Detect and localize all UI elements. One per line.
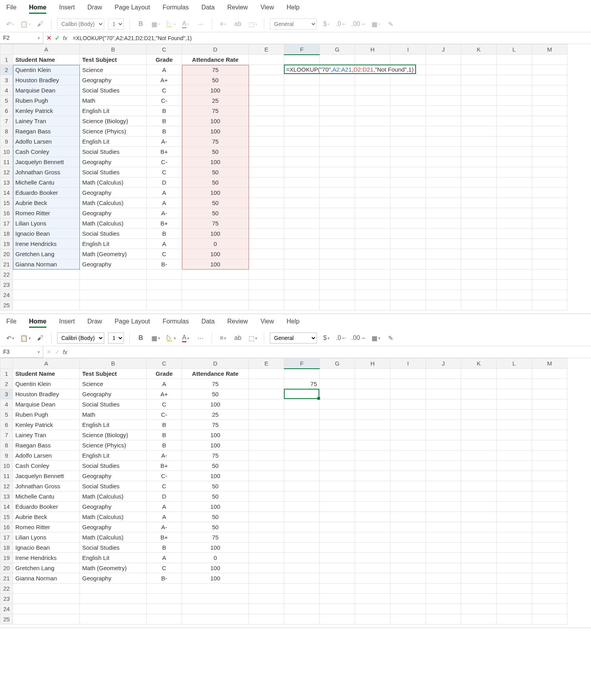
cell-H5[interactable] — [355, 96, 390, 106]
cell-A9[interactable]: Adolfo Larsen — [13, 451, 80, 461]
cell-A13[interactable]: Michelle Cantu — [13, 177, 80, 188]
undo-icon[interactable]: ↶▾ — [5, 332, 16, 344]
cell-H4[interactable] — [355, 85, 390, 96]
cell-H22[interactable] — [355, 584, 390, 594]
cell-L6[interactable] — [497, 420, 532, 430]
cell-B15[interactable]: Math (Calculus) — [80, 512, 147, 522]
cell-I19[interactable] — [390, 553, 426, 563]
cell-M16[interactable] — [532, 208, 567, 218]
cell-B10[interactable]: Social Studies — [80, 147, 147, 157]
cell-F20[interactable] — [284, 249, 320, 259]
cell-J3[interactable] — [426, 389, 461, 399]
cell-C10[interactable]: B+ — [147, 147, 182, 157]
font-color-icon[interactable]: A▾ — [180, 332, 191, 344]
row-header-14[interactable]: 14 — [0, 188, 13, 198]
col-header-L[interactable]: L — [497, 358, 532, 369]
borders-icon[interactable]: ▦▾ — [150, 18, 161, 30]
cell-C11[interactable]: C- — [147, 471, 182, 481]
cell-A4[interactable]: Marquise Dean — [13, 85, 80, 96]
cell-H18[interactable] — [355, 229, 390, 239]
cell-D8[interactable]: 100 — [182, 126, 249, 137]
cell-D2[interactable]: 75 — [182, 65, 249, 75]
cell-H4[interactable] — [355, 399, 390, 410]
cell-I20[interactable] — [390, 563, 426, 573]
cell-F18[interactable] — [284, 543, 320, 553]
cell-C9[interactable]: A- — [147, 451, 182, 461]
row-header-23[interactable]: 23 — [0, 594, 13, 604]
formula-input[interactable]: =XLOOKUP("70",A2:A21,D2:D21,"Not Found",… — [70, 32, 591, 44]
cell-L11[interactable] — [497, 471, 532, 481]
cell-K23[interactable] — [461, 280, 497, 290]
cell-D13[interactable]: 50 — [182, 177, 249, 188]
cell-L4[interactable] — [497, 399, 532, 410]
cell-B5[interactable]: Math — [80, 410, 147, 420]
row-header-20[interactable]: 20 — [0, 249, 13, 259]
cell-K21[interactable] — [461, 259, 497, 270]
col-header-J[interactable]: J — [426, 44, 461, 55]
cell-J6[interactable] — [426, 420, 461, 430]
cell-K18[interactable] — [461, 229, 497, 239]
cell-I22[interactable] — [390, 584, 426, 594]
cell-F13[interactable] — [284, 177, 320, 188]
cell-H9[interactable] — [355, 137, 390, 147]
cell-G15[interactable] — [320, 512, 355, 522]
cell-G5[interactable] — [320, 410, 355, 420]
cell-A5[interactable]: Ruben Pugh — [13, 96, 80, 106]
row-header-24[interactable]: 24 — [0, 290, 13, 300]
cell-F14[interactable] — [284, 188, 320, 198]
cell-M24[interactable] — [532, 290, 567, 300]
cell-H10[interactable] — [355, 147, 390, 157]
col-header-H[interactable]: H — [355, 44, 390, 55]
cell-F25[interactable] — [284, 614, 320, 624]
cell-E2[interactable] — [249, 379, 284, 389]
cell-B8[interactable]: Science (Phyics) — [80, 440, 147, 451]
cell-D10[interactable]: 50 — [182, 147, 249, 157]
cell-F10[interactable] — [284, 147, 320, 157]
cell-E11[interactable] — [249, 471, 284, 481]
cell-G17[interactable] — [320, 218, 355, 229]
cell-E12[interactable] — [249, 481, 284, 491]
cell-J1[interactable] — [426, 55, 461, 65]
cell-E1[interactable] — [249, 55, 284, 65]
cell-D17[interactable]: 75 — [182, 532, 249, 543]
cell-A8[interactable]: Raegan Bass — [13, 126, 80, 137]
row-header-7[interactable]: 7 — [0, 116, 13, 126]
row-header-19[interactable]: 19 — [0, 239, 13, 249]
cell-K13[interactable] — [461, 177, 497, 188]
cell-B13[interactable]: Math (Calculus) — [80, 491, 147, 502]
cell-K14[interactable] — [461, 188, 497, 198]
cell-F17[interactable] — [284, 532, 320, 543]
cell-I20[interactable] — [390, 249, 426, 259]
col-header-L[interactable]: L — [497, 44, 532, 55]
row-header-24[interactable]: 24 — [0, 604, 13, 614]
cell-G20[interactable] — [320, 249, 355, 259]
cell-F24[interactable] — [284, 604, 320, 614]
col-header-D[interactable]: D — [182, 358, 249, 369]
cell-I12[interactable] — [390, 481, 426, 491]
cell-M5[interactable] — [532, 96, 567, 106]
cell-H3[interactable] — [355, 75, 390, 85]
cell-L13[interactable] — [497, 491, 532, 502]
cell-D17[interactable]: 75 — [182, 218, 249, 229]
cell-C21[interactable]: B- — [147, 259, 182, 270]
cell-L16[interactable] — [497, 522, 532, 532]
cell-J14[interactable] — [426, 502, 461, 512]
cell-A11[interactable]: Jacquelyn Bennett — [13, 471, 80, 481]
decrease-decimal-icon[interactable]: .0← — [336, 332, 347, 344]
cell-I7[interactable] — [390, 430, 426, 440]
cell-L9[interactable] — [497, 137, 532, 147]
cell-C13[interactable]: D — [147, 177, 182, 188]
cell-D21[interactable]: 100 — [182, 259, 249, 270]
cell-C4[interactable]: C — [147, 85, 182, 96]
cell-E20[interactable] — [249, 563, 284, 573]
cell-D6[interactable]: 75 — [182, 106, 249, 116]
cell-M6[interactable] — [532, 106, 567, 116]
cell-D1[interactable]: Attendance Rate — [182, 369, 249, 379]
cell-J6[interactable] — [426, 106, 461, 116]
menu-tab-review[interactable]: Review — [227, 318, 248, 328]
cell-B6[interactable]: English Lit — [80, 106, 147, 116]
borders-icon[interactable]: ▦▾ — [150, 332, 161, 344]
col-header-E[interactable]: E — [249, 358, 284, 369]
cell-L25[interactable] — [497, 614, 532, 624]
cell-C17[interactable]: B+ — [147, 218, 182, 229]
